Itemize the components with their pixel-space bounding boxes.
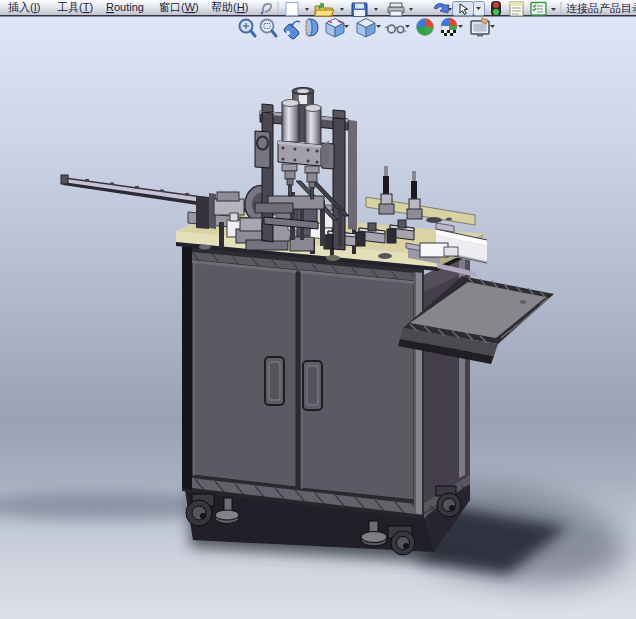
svg-text:工具(T): 工具(T): [57, 1, 93, 13]
svg-text:帮助(H): 帮助(H): [211, 1, 248, 13]
svg-text:插入(I): 插入(I): [8, 1, 40, 13]
svg-text:连接品产品目录: 连接品产品目录: [566, 2, 636, 14]
svg-text:窗口(W): 窗口(W): [159, 1, 199, 13]
svg-text:Routing: Routing: [106, 1, 144, 13]
